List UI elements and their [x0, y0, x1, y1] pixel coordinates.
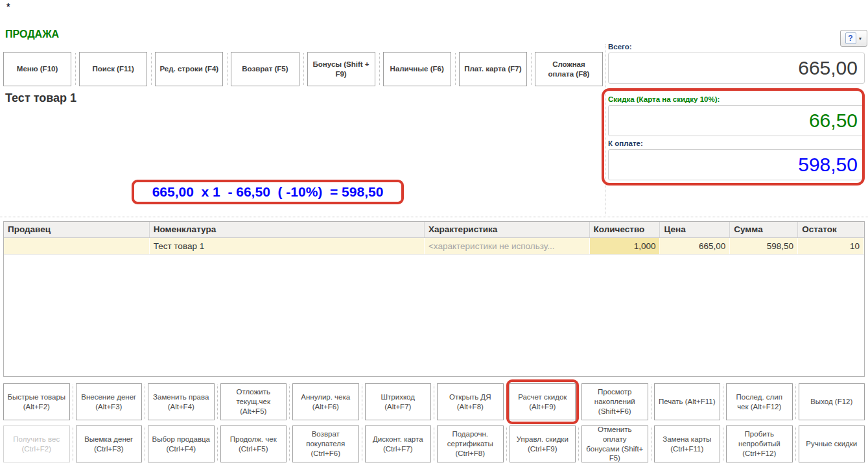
- select-seller-button[interactable]: Выбор продавца (Ctrl+F4): [148, 425, 215, 462]
- edit-row-button-slot: Ред. строки (F4): [155, 52, 223, 86]
- page-title: ПРОДАЖА: [5, 29, 59, 40]
- complex-payment-button[interactable]: Сложная оплата (F8): [535, 52, 603, 86]
- calc-discounts-button-slot: Расчет скидок (Alt+F9): [510, 383, 576, 420]
- cash-in-button[interactable]: Внесение денег (Alt+F3): [76, 383, 143, 420]
- cash-payment-button[interactable]: Наличные (F6): [383, 52, 451, 86]
- continue-receipt-button[interactable]: Продолж. чек (Ctrl+F5): [220, 425, 287, 462]
- return-button-slot: Возврат (F5): [231, 52, 299, 86]
- cell-sum[interactable]: 598,50: [730, 238, 798, 254]
- cancel-bonus-payment-button[interactable]: Отменить оплату бонусами (Shift+ F5): [581, 425, 648, 462]
- modified-marker: *: [6, 1, 10, 12]
- receipt-items-table: ПродавецНоменклатураХарактеристикаКоличе…: [3, 221, 865, 377]
- annul-receipt-button[interactable]: Аннулир. чека (Alt+F6): [292, 383, 359, 420]
- gift-certificates-button[interactable]: Подарочн. сертификаты (Ctrl+F8): [437, 425, 504, 462]
- menu-button[interactable]: Меню (F10): [3, 52, 71, 86]
- cancel-bonus-payment-button-slot: Отменить оплату бонусами (Shift+ F5): [581, 425, 648, 462]
- bonuses-button[interactable]: Бонусы (Shift + F9): [307, 52, 375, 86]
- discount-label: Скидка (Карта на скидку 10%):: [608, 95, 865, 103]
- return-button[interactable]: Возврат (F5): [231, 52, 299, 86]
- manage-discounts-button[interactable]: Управл. скидки (Ctrl+F9): [510, 425, 576, 462]
- cash-payment-button-slot: Наличные (F6): [383, 52, 451, 86]
- to-pay-field[interactable]: 598,50: [608, 149, 865, 180]
- continue-receipt-button-slot: Продолж. чек (Ctrl+F5): [220, 425, 287, 462]
- print-button[interactable]: Печать (Alt+F11): [654, 383, 721, 420]
- postpone-receipt-button-slot: Отложить текущ.чек (Alt+F5): [220, 383, 287, 420]
- total-field[interactable]: 665,00: [608, 53, 865, 84]
- cell-price[interactable]: 665,00: [660, 238, 730, 254]
- current-product-heading: Тест товар 1: [5, 91, 76, 105]
- column-header-price: Цена: [660, 222, 730, 237]
- complex-payment-button-slot: Сложная оплата (F8): [535, 52, 603, 86]
- replace-card-button[interactable]: Замена карты (Ctrl+F11): [654, 425, 721, 462]
- column-header-characteristic: Характеристика: [425, 222, 590, 237]
- pos-sale-window: * ПРОДАЖА ? ▼ Меню (F10)Поиск (F11)Ред. …: [0, 0, 868, 467]
- price-calculation-text: 665,00 x 1 - 66,50 ( -10%) = 598,50: [152, 184, 384, 200]
- cash-out-button-slot: Выемка денег (Ctrl+F3): [76, 425, 143, 462]
- discount-card-button-slot: Дисконт. карта (Ctrl+F7): [365, 425, 432, 462]
- menu-button-slot: Меню (F10): [3, 52, 71, 86]
- customer-return-button[interactable]: Возврат покупателя (Ctrl+F6): [292, 425, 359, 462]
- cell-stock[interactable]: 10: [798, 238, 864, 254]
- column-header-seller: Продавец: [4, 222, 150, 237]
- column-header-quantity: Количество: [590, 222, 661, 237]
- get-weight-button[interactable]: Получить вес (Ctrl+F2): [3, 425, 70, 462]
- postpone-receipt-button[interactable]: Отложить текущ.чек (Alt+F5): [220, 383, 287, 420]
- change-rights-button[interactable]: Заменить права (Alt+F4): [148, 383, 215, 420]
- barcode-button-slot: Штрихкод (Alt+F7): [365, 383, 432, 420]
- view-accumulations-button[interactable]: Просмотр накоплений (Shift+F6): [581, 383, 648, 420]
- quick-goods-button[interactable]: Быстрые товары (Alt+F2): [3, 383, 70, 420]
- column-header-stock: Остаток: [798, 222, 864, 237]
- view-accumulations-button-slot: Просмотр накоплений (Shift+F6): [581, 383, 648, 420]
- top-button-row: Меню (F10)Поиск (F11)Ред. строки (F4)Воз…: [3, 52, 603, 86]
- column-header-sum: Сумма: [730, 222, 798, 237]
- quick-goods-button-slot: Быстрые товары (Alt+F2): [3, 383, 70, 420]
- bottom-button-row-2: Получить вес (Ctrl+F2)Выемка денег (Ctrl…: [3, 425, 865, 462]
- chevron-down-icon: ▼: [858, 36, 863, 41]
- open-cash-drawer-button-slot: Открыть ДЯ (Alt+F8): [437, 383, 504, 420]
- payment-card-button[interactable]: Плат. карта (F7): [459, 52, 527, 86]
- print-button-slot: Печать (Alt+F11): [654, 383, 721, 420]
- last-slip-receipt-button-slot: Послед. слип чек (Alt+F12): [726, 383, 793, 420]
- search-button[interactable]: Поиск (F11): [79, 52, 147, 86]
- punch-unpunched-button-slot: Пробить непробитый (Ctrl+F12): [726, 425, 793, 462]
- get-weight-button-slot: Получить вес (Ctrl+F2): [3, 425, 70, 462]
- manage-discounts-button-slot: Управл. скидки (Ctrl+F9): [510, 425, 576, 462]
- select-seller-button-slot: Выбор продавца (Ctrl+F4): [148, 425, 215, 462]
- discount-value: 66,50: [809, 110, 858, 132]
- customer-return-button-slot: Возврат покупателя (Ctrl+F6): [292, 425, 359, 462]
- vertical-splitter: [605, 44, 605, 215]
- manual-discounts-button[interactable]: Ручные скидки: [799, 425, 865, 462]
- discount-card-button[interactable]: Дисконт. карта (Ctrl+F7): [365, 425, 432, 462]
- cell-characteristic[interactable]: <характеристики не использу...: [425, 238, 590, 254]
- replace-card-button-slot: Замена карты (Ctrl+F11): [654, 425, 721, 462]
- cash-out-button[interactable]: Выемка денег (Ctrl+F3): [76, 425, 143, 462]
- cash-in-button-slot: Внесение денег (Alt+F3): [76, 383, 143, 420]
- bottom-button-row-1: Быстрые товары (Alt+F2)Внесение денег (A…: [3, 383, 865, 420]
- column-header-nomenclature: Номенклатура: [150, 222, 425, 237]
- last-slip-receipt-button[interactable]: Послед. слип чек (Alt+F12): [726, 383, 793, 420]
- search-button-slot: Поиск (F11): [79, 52, 147, 86]
- payment-card-button-slot: Плат. карта (F7): [459, 52, 527, 86]
- cell-quantity[interactable]: 1,000: [590, 238, 661, 254]
- total-label: Всего:: [608, 43, 865, 51]
- manual-discounts-button-slot: Ручные скидки: [799, 425, 865, 462]
- open-cash-drawer-button[interactable]: Открыть ДЯ (Alt+F8): [437, 383, 504, 420]
- calc-discounts-button[interactable]: Расчет скидок (Alt+F9): [510, 383, 576, 420]
- edit-row-button[interactable]: Ред. строки (F4): [155, 52, 223, 86]
- table-row[interactable]: Тест товар 1<характеристики не использу.…: [4, 238, 864, 255]
- cell-seller[interactable]: [4, 238, 150, 254]
- discount-field[interactable]: 66,50: [608, 105, 865, 136]
- change-rights-button-slot: Заменить права (Alt+F4): [148, 383, 215, 420]
- exit-button-slot: Выход (F12): [799, 383, 865, 420]
- cell-nomenclature[interactable]: Тест товар 1: [150, 238, 425, 254]
- price-calculation-annotation: 665,00 x 1 - 66,50 ( -10%) = 598,50: [132, 180, 404, 204]
- to-pay-label: К оплате:: [608, 139, 865, 147]
- punch-unpunched-button[interactable]: Пробить непробитый (Ctrl+F12): [726, 425, 793, 462]
- horizontal-splitter: [0, 217, 868, 217]
- gift-certificates-button-slot: Подарочн. сертификаты (Ctrl+F8): [437, 425, 504, 462]
- table-header-row: ПродавецНоменклатураХарактеристикаКоличе…: [4, 222, 864, 238]
- exit-button[interactable]: Выход (F12): [799, 383, 865, 420]
- total-value: 665,00: [798, 57, 858, 79]
- bonuses-button-slot: Бонусы (Shift + F9): [307, 52, 375, 86]
- barcode-button[interactable]: Штрихкод (Alt+F7): [365, 383, 432, 420]
